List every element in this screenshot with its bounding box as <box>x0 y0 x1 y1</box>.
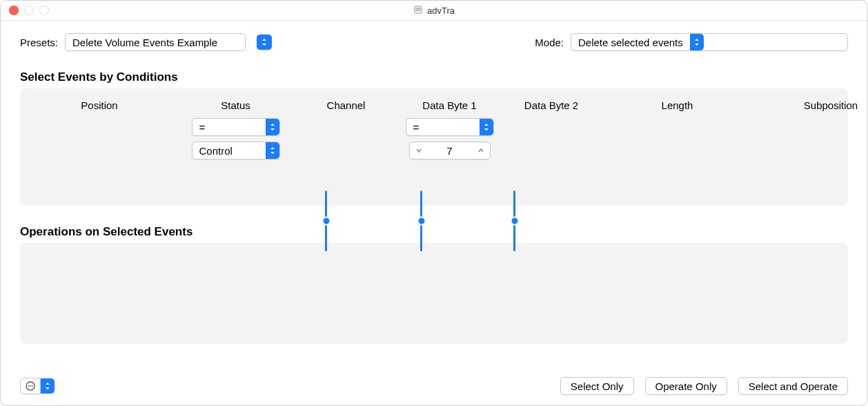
col-data2: Data Byte 2 <box>500 95 603 115</box>
conditions-title: Select Events by Conditions <box>20 70 848 84</box>
divider-handle[interactable] <box>513 191 515 251</box>
col-position: Position <box>20 95 179 115</box>
svg-rect-1 <box>416 8 421 8</box>
divider-handle[interactable] <box>420 191 422 251</box>
window-title-text: advTra <box>427 6 455 16</box>
more-actions-button[interactable] <box>20 378 41 394</box>
col-data1: Data Byte 1 <box>400 95 500 115</box>
mode-value: Delete selected events <box>571 37 690 48</box>
data1-operator-value: = <box>413 122 480 133</box>
data1-value: 7 <box>428 145 472 157</box>
svg-rect-0 <box>415 6 422 13</box>
status-operator-value: = <box>199 122 266 133</box>
minimize-window-button[interactable] <box>24 6 34 15</box>
svg-point-5 <box>30 385 31 387</box>
select-and-operate-button[interactable]: Select and Operate <box>738 377 848 395</box>
operate-only-button[interactable]: Operate Only <box>645 377 727 395</box>
close-window-button[interactable] <box>9 6 19 15</box>
col-subposition: Subposition <box>751 95 868 115</box>
operations-title: Operations on Selected Events <box>20 225 848 239</box>
status-value-select[interactable]: Control <box>192 142 280 160</box>
status-operator-select[interactable]: = <box>192 118 280 136</box>
data1-value-stepper[interactable]: 7 <box>409 142 491 160</box>
zoom-window-button[interactable] <box>39 6 49 15</box>
titlebar: advTra <box>1 1 867 21</box>
stepper-down-button[interactable] <box>410 142 428 159</box>
chevron-updown-icon <box>480 119 493 135</box>
transform-window: advTra Presets: Delete Volume Events Exa… <box>0 0 868 406</box>
divider-handle[interactable] <box>325 191 327 251</box>
svg-point-6 <box>32 385 33 387</box>
stepper-up-button[interactable] <box>472 142 490 159</box>
col-channel: Channel <box>293 95 400 115</box>
presets-select[interactable]: Delete Volume Events Example <box>65 33 246 51</box>
window-title: advTra <box>1 5 867 17</box>
col-length: Length <box>603 95 751 115</box>
select-only-button[interactable]: Select Only <box>560 377 634 395</box>
operations-panel <box>20 243 848 344</box>
mode-select[interactable]: Delete selected events <box>571 33 848 51</box>
window-controls <box>1 6 49 15</box>
col-status: Status <box>179 95 293 115</box>
more-actions-dropdown[interactable] <box>41 378 55 394</box>
svg-rect-2 <box>416 10 421 10</box>
conditions-panel: Position Status Channel Data Byte 1 Data… <box>20 88 848 206</box>
chevron-updown-icon <box>266 142 279 159</box>
data1-operator-select[interactable]: = <box>406 118 494 136</box>
presets-label: Presets: <box>20 37 58 48</box>
app-icon <box>413 5 423 17</box>
svg-point-4 <box>28 385 29 387</box>
presets-dropdown-button[interactable] <box>257 35 272 50</box>
mode-dropdown-icon <box>690 34 704 50</box>
mode-label: Mode: <box>535 37 564 48</box>
chevron-updown-icon <box>266 119 279 135</box>
presets-value: Delete Volume Events Example <box>66 37 224 48</box>
status-value: Control <box>199 145 266 157</box>
